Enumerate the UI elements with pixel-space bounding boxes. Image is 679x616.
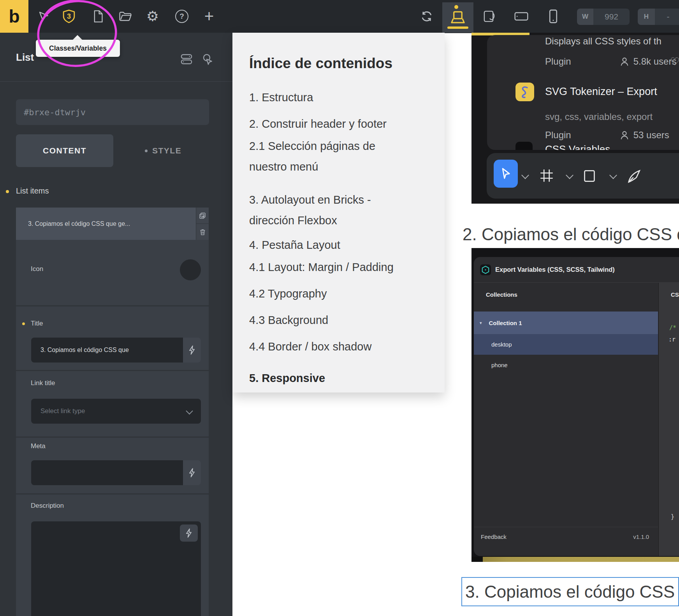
title-label: Title bbox=[31, 320, 43, 327]
icon-preview-swatch[interactable] bbox=[180, 259, 201, 280]
frame-tool-button[interactable] bbox=[540, 169, 554, 183]
height-input[interactable]: - bbox=[655, 9, 679, 25]
element-id-input[interactable]: #brxe-dtwrjv bbox=[16, 99, 209, 125]
toc-item[interactable]: 2.1 Selección páginas de nuestro menú bbox=[249, 136, 408, 177]
shield-3-icon: 3 bbox=[62, 9, 76, 23]
rectangle-icon bbox=[583, 169, 596, 183]
templates-button[interactable] bbox=[114, 0, 136, 33]
gear-icon: ⚙ bbox=[146, 9, 159, 23]
help-button[interactable]: ? bbox=[171, 0, 193, 33]
style-dot-icon bbox=[145, 150, 148, 152]
chevron-down-icon[interactable] bbox=[521, 171, 529, 179]
code-comment: /* bbox=[669, 324, 676, 331]
bottom-bar-black-segment bbox=[471, 557, 483, 562]
chevron-down-icon[interactable] bbox=[609, 171, 617, 179]
meta-label: Meta bbox=[31, 442, 46, 450]
duplicate-item-button[interactable] bbox=[196, 208, 209, 224]
delete-item-button[interactable] bbox=[196, 224, 209, 240]
plugin-description: Displays all CSS styles of th bbox=[545, 36, 661, 47]
tab-style-label: STYLE bbox=[152, 146, 181, 155]
doc-heading-3-text: 3. Copiamos el código CSS que bbox=[465, 582, 678, 602]
reload-button[interactable] bbox=[416, 0, 438, 33]
canvas-height-control[interactable]: H - bbox=[638, 9, 679, 25]
refresh-icon bbox=[420, 10, 433, 23]
collection-mode-row[interactable]: phone bbox=[474, 355, 658, 375]
select-element-button[interactable] bbox=[33, 0, 55, 33]
toc-item[interactable]: 5. Responsive bbox=[249, 368, 408, 389]
meta-dynamic-data-button[interactable] bbox=[183, 460, 201, 485]
chevron-down-icon[interactable] bbox=[566, 171, 573, 179]
add-element-button[interactable]: + bbox=[198, 0, 220, 33]
list-item-header[interactable]: 3. Copiamos el código CSS que ge... bbox=[16, 208, 196, 240]
list-items-label: List items bbox=[16, 187, 49, 195]
pages-button[interactable] bbox=[87, 0, 109, 33]
title-dynamic-data-button[interactable] bbox=[183, 338, 201, 363]
toc-item[interactable]: 4.1 Layout: Margin / Padding bbox=[249, 257, 408, 278]
collection-row[interactable]: ▾ Collection 1 bbox=[474, 312, 658, 334]
heart-icon[interactable]: ♡ bbox=[670, 55, 679, 68]
plugin-users: 53 users bbox=[633, 130, 669, 141]
canvas-width-control[interactable]: W 992 bbox=[577, 9, 630, 25]
plus-icon: + bbox=[204, 8, 214, 25]
cursor-icon bbox=[500, 167, 512, 180]
rectangle-tool-button[interactable] bbox=[583, 169, 596, 183]
toc-item[interactable]: 4. Pestaña Layout bbox=[249, 235, 408, 255]
element-picker-button[interactable] bbox=[201, 53, 213, 65]
duplicate-icon bbox=[199, 212, 206, 219]
code-output-column: CSS /* :r } bbox=[658, 283, 679, 556]
title-input[interactable]: 3. Copiamos el código CSS que bbox=[31, 338, 183, 363]
breakpoint-landscape-button[interactable] bbox=[510, 0, 532, 33]
tab-content[interactable]: CONTENT bbox=[16, 134, 113, 167]
toc-item[interactable]: 1. Estructura bbox=[249, 87, 408, 108]
version-label: v1.1.0 bbox=[622, 533, 649, 540]
tab-style[interactable]: STYLE bbox=[145, 134, 181, 167]
bricks-logo[interactable]: b bbox=[0, 0, 28, 33]
toc-list: 1. Estructura 2. Construir header y foot… bbox=[249, 87, 408, 389]
toc-item[interactable]: 4.2 Typography bbox=[249, 283, 408, 304]
description-dynamic-data-button[interactable] bbox=[180, 524, 198, 542]
plugin-title[interactable]: SVG Tokenizer – Export bbox=[545, 86, 657, 98]
plugin-list-card: Displays all CSS styles of th Plugin 5.8… bbox=[487, 35, 679, 150]
move-tool-button[interactable] bbox=[494, 160, 518, 188]
title-dot-icon bbox=[22, 322, 25, 325]
pen-tool-button[interactable] bbox=[626, 168, 642, 185]
landscape-device-icon bbox=[514, 11, 529, 22]
lightning-icon bbox=[185, 528, 193, 538]
trash-icon bbox=[199, 229, 206, 236]
plugin-type-label: Plugin bbox=[545, 130, 571, 141]
height-label: H bbox=[638, 9, 655, 25]
structure-toggle-button[interactable] bbox=[180, 53, 193, 65]
caret-down-icon[interactable]: ▾ bbox=[480, 320, 482, 326]
feedback-link[interactable]: Feedback bbox=[481, 533, 507, 540]
divider bbox=[474, 527, 658, 527]
lightning-icon bbox=[188, 468, 196, 477]
description-label: Description bbox=[31, 502, 64, 510]
link-title-label: Link title bbox=[31, 379, 55, 387]
meta-input[interactable] bbox=[31, 460, 183, 485]
css-variables-plugin-title[interactable]: CSS Variables bbox=[545, 143, 610, 150]
settings-button[interactable]: ⚙ bbox=[142, 0, 164, 33]
description-textarea[interactable] bbox=[31, 521, 201, 616]
toc-title: Índice de contenidos bbox=[249, 55, 445, 72]
toc-item[interactable]: 4.3 Background bbox=[249, 310, 408, 331]
toc-item[interactable]: 3. Autolayout en Bricks - dirección Flex… bbox=[249, 190, 408, 231]
title-input-value: 3. Copiamos el código CSS que bbox=[40, 347, 129, 354]
width-input[interactable]: 992 bbox=[593, 9, 630, 25]
bricks-builder-app: { "toolbar": { "logo": "b", "width_label… bbox=[0, 0, 679, 616]
css-tab[interactable]: CSS bbox=[671, 291, 679, 298]
tablet-hand-icon bbox=[483, 10, 496, 23]
doc-heading-3-selected[interactable]: 3. Copiamos el código CSS que bbox=[461, 577, 679, 606]
collection-mode-row[interactable]: desktop bbox=[474, 334, 658, 355]
link-type-select[interactable]: Select link type bbox=[31, 399, 201, 424]
doc-heading-2[interactable]: 2. Copiamos el código CSS que bbox=[463, 223, 679, 246]
classes-variables-button[interactable]: 3 bbox=[58, 0, 80, 33]
toc-item[interactable]: 2. Construir header y footer bbox=[249, 114, 408, 134]
breakpoint-tablet-button[interactable] bbox=[478, 0, 500, 33]
folder-icon bbox=[119, 11, 132, 22]
person-icon bbox=[619, 56, 630, 67]
divider bbox=[0, 81, 232, 82]
toc-item[interactable]: 4.4 Border / box shadow bbox=[249, 336, 408, 357]
breakpoint-mobile-button[interactable] bbox=[542, 0, 564, 33]
plugin-tags: svg, css, variables, export bbox=[545, 111, 653, 122]
css-variables-plugin-icon: ^ bbox=[515, 142, 533, 150]
